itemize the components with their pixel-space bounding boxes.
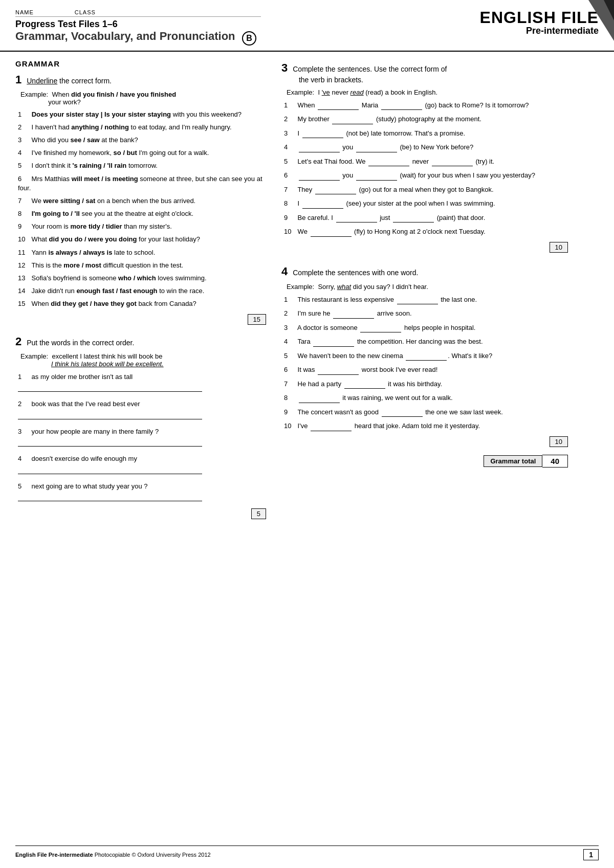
q2-score-box: 5 bbox=[15, 508, 266, 519]
q2-section: 2 Put the words in the correct order. Ex… bbox=[15, 335, 266, 520]
q2-item-1: 1 as my older me brother isn't as tall bbox=[18, 372, 266, 392]
q2-answer-line-4[interactable] bbox=[18, 465, 202, 474]
q3-blank-8[interactable] bbox=[302, 202, 343, 209]
q1-item-15: 15 When did they get / have they got bac… bbox=[18, 299, 266, 308]
q1-item-9: 9 Your room is more tidy / tidier than m… bbox=[18, 222, 266, 231]
q1-example: Example: When did you finish / have you … bbox=[20, 91, 266, 106]
q4-intro-row: 4 Complete the sentences with one word. bbox=[281, 263, 568, 280]
q1-example-bold: did you finish / have you finished bbox=[71, 91, 176, 98]
q3-intro-text: Complete the sentences. Use the correct … bbox=[293, 64, 447, 85]
q3-score-badge: 10 bbox=[550, 242, 568, 253]
q1-item-12: 12 This is the more / most difficult que… bbox=[18, 261, 266, 270]
q4-item-9: 9 The concert wasn't as good the one we … bbox=[284, 407, 568, 417]
main-content: GRAMMAR 1 Underline the correct form. Ex… bbox=[0, 54, 614, 535]
name-label: NAME bbox=[15, 9, 34, 15]
q2-score-badge: 5 bbox=[251, 508, 266, 519]
q4-blank-10[interactable] bbox=[311, 424, 352, 431]
q3-number: 3 bbox=[281, 59, 288, 76]
q4-item-4: 4 Tara the competition. Her dancing was … bbox=[284, 337, 568, 347]
q3-intro-row: 3 Complete the sentences. Use the correc… bbox=[281, 59, 568, 85]
q1-score-badge: 15 bbox=[248, 314, 266, 325]
q3-item-10: 10 We (fly) to Hong Kong at 2 o'clock ne… bbox=[284, 227, 568, 237]
q3-item-8: 8 I (see) your sister at the pool when I… bbox=[284, 198, 568, 209]
q3-blank-10[interactable] bbox=[311, 230, 352, 237]
q1-item-1: 1 Does your sister stay | Is your sister… bbox=[18, 110, 266, 119]
q4-section: 4 Complete the sentences with one word. … bbox=[281, 263, 568, 468]
q4-item-6: 6 It was worst book I've ever read! bbox=[284, 365, 568, 375]
right-column: 3 Complete the sentences. Use the correc… bbox=[281, 59, 568, 530]
q3-blank-9a[interactable] bbox=[336, 215, 377, 222]
q1-intro: 1 Underline the correct form. bbox=[15, 73, 266, 86]
title-block: Progress Test Files 1–6 Grammar, Vocabul… bbox=[15, 19, 480, 46]
q4-blank-2[interactable] bbox=[333, 311, 374, 319]
q3-blank-4a[interactable] bbox=[299, 145, 340, 152]
q3-item-7: 7 They (go) out for a meal when they got… bbox=[284, 185, 568, 195]
q1-item-7: 7 We were sitting / sat on a bench when … bbox=[18, 196, 266, 206]
footer: English File Pre-intermediate Photocopia… bbox=[15, 845, 599, 860]
q3-blank-6b[interactable] bbox=[356, 173, 397, 181]
q2-intro-row: 2 Put the words in the correct order. bbox=[15, 335, 266, 348]
progress-test-title: Progress Test Files 1–6 bbox=[15, 19, 480, 30]
q4-blank-9[interactable] bbox=[382, 410, 423, 417]
q1-item-13: 13 Sofia's boyfriend is someone who / wh… bbox=[18, 274, 266, 283]
grammar-total-row: Grammar total 40 bbox=[281, 455, 568, 468]
q2-item-4: 4 doesn't exercise do wife enough my bbox=[18, 454, 266, 474]
header-left: NAME CLASS Progress Test Files 1–6 Gramm… bbox=[15, 9, 480, 46]
q1-item-14: 14 Jake didn't run enough fast / fast en… bbox=[18, 286, 266, 296]
q4-item-2: 2 I'm sure he arrive soon. bbox=[284, 308, 568, 319]
q2-answer-line-3[interactable] bbox=[18, 437, 202, 447]
grammar-section-title: GRAMMAR bbox=[15, 59, 266, 68]
q2-example-answer: I think his latest book will be excellen… bbox=[51, 360, 164, 368]
q2-answer-line-2[interactable] bbox=[18, 410, 202, 419]
q3-blank-5b[interactable] bbox=[432, 159, 473, 166]
q3-item-9: 9 Be careful. I just (paint) that door. bbox=[284, 213, 568, 223]
q2-answer-line-5[interactable] bbox=[18, 492, 202, 501]
q3-blank-9b[interactable] bbox=[393, 215, 434, 222]
q3-blank-2[interactable] bbox=[332, 117, 373, 124]
q1-score-box: 15 bbox=[15, 314, 266, 325]
q4-item-7: 7 He had a party it was his birthday. bbox=[284, 379, 568, 389]
q3-blank-5a[interactable] bbox=[368, 159, 409, 166]
q3-blank-7[interactable] bbox=[315, 187, 356, 194]
q2-example-plain: Example: excellent I latest think his wi… bbox=[20, 352, 162, 360]
footer-brand: English File Pre-intermediate bbox=[15, 852, 93, 858]
circle-b-badge: B bbox=[242, 31, 256, 46]
q1-number: 1 bbox=[15, 73, 21, 86]
q3-list: 1 When Maria (go) back to Rome? Is it to… bbox=[284, 100, 568, 237]
q2-number: 2 bbox=[15, 335, 21, 348]
q4-blank-7[interactable] bbox=[344, 382, 385, 389]
q4-blank-4[interactable] bbox=[313, 340, 354, 347]
left-column: GRAMMAR 1 Underline the correct form. Ex… bbox=[15, 59, 266, 530]
q1-example-text: Example: When did you finish / have you … bbox=[20, 91, 176, 106]
q2-answer-line-1[interactable] bbox=[18, 383, 202, 392]
q3-blank-4b[interactable] bbox=[356, 145, 397, 152]
q3-blank-3[interactable] bbox=[302, 131, 343, 138]
q1-list: 1 Does your sister stay | Is your sister… bbox=[18, 110, 266, 309]
q3-blank-1b[interactable] bbox=[381, 103, 422, 110]
q2-list: 1 as my older me brother isn't as tall 2… bbox=[18, 372, 266, 502]
q2-item-3: 3 your how people are many in there fami… bbox=[18, 427, 266, 447]
q4-blank-8[interactable] bbox=[299, 396, 340, 403]
subtitle-text: Grammar, Vocabulary, and Pronunciation bbox=[15, 30, 235, 42]
q1-underline: Underline bbox=[27, 77, 57, 85]
q2-intro-text: Put the words in the correct order. bbox=[27, 339, 134, 347]
q3-item-5: 5 Let's eat Thai food. We never (try) it… bbox=[284, 157, 568, 167]
q4-blank-1[interactable] bbox=[397, 297, 438, 304]
q1-section: 1 Underline the correct form. Example: W… bbox=[15, 73, 266, 325]
q4-score-box: 10 bbox=[281, 436, 568, 447]
q4-blank-6[interactable] bbox=[318, 368, 359, 375]
q4-score-badge: 10 bbox=[550, 436, 568, 447]
q3-item-6: 6 you (wait) for your bus when I saw you… bbox=[284, 170, 568, 181]
q2-item-5: 5 next going are to what study year you … bbox=[18, 481, 266, 502]
footer-copyright: English File Pre-intermediate Photocopia… bbox=[15, 852, 211, 858]
grammar-total-score: 40 bbox=[542, 455, 568, 468]
q3-blank-1a[interactable] bbox=[318, 103, 359, 110]
q3-item-1: 1 When Maria (go) back to Rome? Is it to… bbox=[284, 100, 568, 110]
q4-item-8: 8 it was raining, we went out for a walk… bbox=[284, 393, 568, 403]
q4-blank-5[interactable] bbox=[406, 353, 447, 361]
q1-item-10: 10 What did you do / were you doing for … bbox=[18, 235, 266, 244]
corner-decoration bbox=[558, 0, 614, 41]
q4-blank-3[interactable] bbox=[360, 325, 401, 332]
q3-blank-6a[interactable] bbox=[299, 173, 340, 181]
q1-item-11: 11 Yann is always / always is late to sc… bbox=[18, 248, 266, 257]
